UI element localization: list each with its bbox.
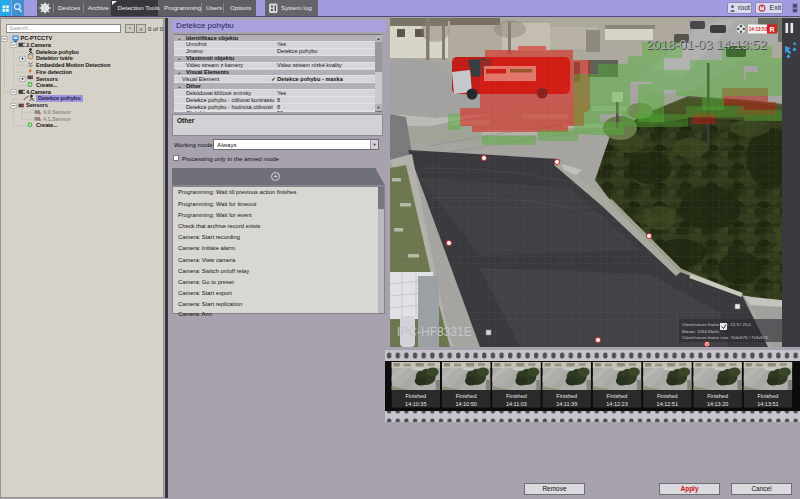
svg-text:14:10:50: 14:10:50: [455, 401, 476, 407]
svg-text:IPC-HF8331E: IPC-HF8331E: [397, 325, 472, 339]
svg-text:2018-01-03 14:13:52: 2018-01-03 14:13:52: [646, 37, 767, 52]
svg-text:Client/server frame rate: 22,9: Client/server frame rate: 22,9 / 25,0: [682, 322, 752, 327]
svg-text:14:12:23: 14:12:23: [606, 401, 627, 407]
svg-text:Bitrate: 1064 Kbit/s: Bitrate: 1064 Kbit/s: [682, 329, 720, 334]
svg-text:14:10:35: 14:10:35: [405, 401, 426, 407]
svg-text:Finished: Finished: [707, 393, 728, 399]
svg-text:14:13:51: 14:13:51: [757, 401, 778, 407]
svg-text:Finished: Finished: [657, 393, 678, 399]
svg-text:Finished: Finished: [405, 393, 426, 399]
svg-text:14:12:51: 14:12:51: [657, 401, 678, 407]
svg-text:Client/server frame size: 704x: Client/server frame size: 704x576 / 704x…: [682, 335, 768, 340]
svg-text:14:13:20: 14:13:20: [707, 401, 728, 407]
svg-text:14:11:03: 14:11:03: [506, 401, 527, 407]
svg-text:Finished: Finished: [456, 393, 477, 399]
svg-text:14:11:39: 14:11:39: [556, 401, 577, 407]
svg-text:Finished: Finished: [506, 393, 527, 399]
svg-text:Finished: Finished: [556, 393, 577, 399]
svg-text:14:13:53: 14:13:53: [749, 27, 768, 32]
svg-text:R: R: [770, 26, 775, 33]
svg-text:Finished: Finished: [607, 393, 628, 399]
svg-text:Finished: Finished: [758, 393, 779, 399]
